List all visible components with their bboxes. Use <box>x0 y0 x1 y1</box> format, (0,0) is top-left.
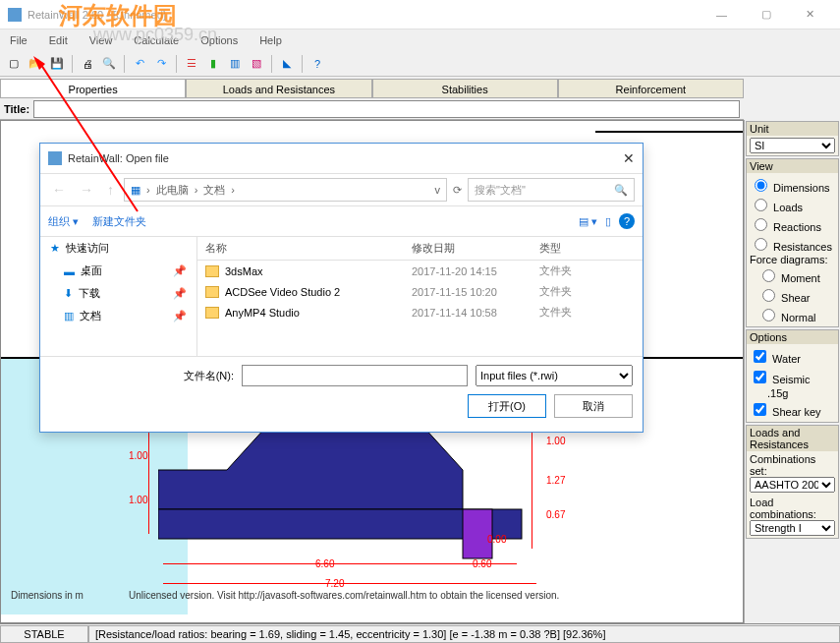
col-name[interactable]: 名称 <box>205 241 412 256</box>
panel-options: Options Water Seismic .15g Shear key <box>746 329 839 423</box>
comboset-label: Combinations set: <box>750 453 835 477</box>
filename-label: 文件名(N): <box>184 369 234 383</box>
tab-stabilities[interactable]: Stabilities <box>372 79 558 97</box>
dim-right3: 0.67 <box>546 509 565 520</box>
folder-icon <box>205 265 219 277</box>
status-stable: STABLE <box>0 625 88 643</box>
dialog-title: RetainWall: Open file <box>68 152 169 164</box>
wall-icon[interactable]: ◣ <box>277 54 297 74</box>
force-diagrams-label: Force diagrams: <box>750 254 835 265</box>
tab-reinforcement[interactable]: Reinforcement <box>558 79 744 97</box>
side-desktop[interactable]: ▬桌面📌 <box>40 260 196 282</box>
title-input[interactable] <box>33 100 740 118</box>
help-dialog-icon[interactable]: ? <box>619 213 635 229</box>
nav-back-icon[interactable]: ← <box>48 182 70 198</box>
open-button[interactable]: 打开(O) <box>468 394 546 418</box>
dimensions-unit-note: Dimensions in m <box>11 590 84 601</box>
view-reactions[interactable]: Reactions <box>750 214 835 234</box>
opt-water[interactable]: Water <box>750 346 835 367</box>
unit-select[interactable]: SI <box>750 138 835 153</box>
view-normal[interactable]: Normal <box>750 305 835 324</box>
side-docs[interactable]: ▥文档📌 <box>40 305 196 327</box>
breadcrumb[interactable]: ▦ › 此电脑 › 文档 › v <box>124 178 447 202</box>
menu-file[interactable]: File <box>6 32 31 48</box>
refresh-icon[interactable]: ⟳ <box>453 184 462 197</box>
filetype-select[interactable]: Input files (*.rwi) <box>476 365 633 386</box>
dim-zero: 0.00 <box>487 534 506 545</box>
newfolder-button[interactable]: 新建文件夹 <box>92 214 146 229</box>
open-file-dialog: RetainWall: Open file ✕ ← → ↑ ▦ › 此电脑 › … <box>39 143 644 433</box>
print-icon[interactable]: 🖨 <box>78 54 97 74</box>
view-loads[interactable]: Loads <box>750 195 835 214</box>
options-header: Options <box>747 330 838 344</box>
save-icon[interactable]: 💾 <box>47 54 67 74</box>
dialog-sidebar: ★快速访问 ▬桌面📌 ⬇下载📌 ▥文档📌 <box>40 237 197 356</box>
maximize-button[interactable]: ▢ <box>744 1 788 29</box>
unit-header: Unit <box>747 122 838 136</box>
tool3-icon[interactable]: ▥ <box>225 54 245 74</box>
tab-loads[interactable]: Loads and Resistances <box>186 79 371 97</box>
status-ratios: [Resistance/load ratios: bearing = 1.69,… <box>88 625 840 643</box>
col-type[interactable]: 类型 <box>539 241 561 256</box>
view-shear[interactable]: Shear <box>750 285 835 305</box>
side-downloads[interactable]: ⬇下载📌 <box>40 282 196 305</box>
dim-left2: 1.00 <box>129 495 147 505</box>
tool1-icon[interactable]: ☰ <box>182 54 201 74</box>
dim-left1: 1.00 <box>129 450 147 461</box>
nav-forward-icon[interactable]: → <box>76 182 97 198</box>
search-input[interactable]: 搜索"文档" 🔍 <box>468 178 635 202</box>
dim-right1: 1.00 <box>546 436 565 446</box>
main-tabs: Properties Loads and Resistances Stabili… <box>0 77 744 98</box>
title-label: Title: <box>4 103 29 115</box>
list-item[interactable]: ACDSee Video Studio 22017-11-15 10:20文件夹 <box>197 281 643 302</box>
loadcombo-select[interactable]: Strength I <box>750 520 835 536</box>
dialog-icon <box>48 151 62 165</box>
tool2-icon[interactable]: ▮ <box>203 54 223 74</box>
open-icon[interactable]: 📂 <box>26 54 45 74</box>
title-row: Title: <box>0 98 744 120</box>
view-dimensions[interactable]: Dimensions <box>750 175 835 195</box>
view-header: View <box>747 159 838 173</box>
minimize-button[interactable]: — <box>700 1 744 29</box>
statusbar: STABLE [Resistance/load ratios: bearing … <box>0 623 840 643</box>
list-item[interactable]: 3dsMax2017-11-20 14:15文件夹 <box>197 261 643 281</box>
redo-icon[interactable]: ↷ <box>151 54 171 74</box>
help-icon[interactable]: ? <box>308 54 327 74</box>
view-resistances[interactable]: Resistances <box>750 234 835 254</box>
undo-icon[interactable]: ↶ <box>130 54 149 74</box>
cancel-button[interactable]: 取消 <box>554 394 633 418</box>
panel-lr: Loads and Resistances Combinations set: … <box>746 425 839 539</box>
panel-unit: Unit SI <box>746 121 839 156</box>
opt-seismic-val: .15g <box>750 387 835 399</box>
dialog-close-button[interactable]: ✕ <box>623 150 635 166</box>
menu-help[interactable]: Help <box>255 32 286 48</box>
watermark-url: www.pc0359.cn <box>93 25 217 45</box>
view-moment[interactable]: Moment <box>750 265 835 285</box>
lr-header: Loads and Resistances <box>747 426 838 451</box>
view-mode-icon[interactable]: ▤ ▾ <box>579 215 597 228</box>
loadcombo-label: Load combinations: <box>750 497 835 520</box>
new-icon[interactable]: ▢ <box>4 54 24 74</box>
list-item[interactable]: AnyMP4 Studio2017-11-14 10:58文件夹 <box>197 302 643 322</box>
tool4-icon[interactable]: ▧ <box>247 54 266 74</box>
comboset-select[interactable]: AASHTO 2007 <box>750 477 835 493</box>
tab-properties[interactable]: Properties <box>0 79 186 97</box>
col-date[interactable]: 修改日期 <box>412 241 539 256</box>
app-icon <box>8 8 22 22</box>
close-button[interactable]: ✕ <box>788 1 832 29</box>
dim-right2: 1.27 <box>546 475 565 486</box>
menu-edit[interactable]: Edit <box>45 32 72 48</box>
nav-up-icon[interactable]: ↑ <box>103 182 118 198</box>
preview-pane-icon[interactable]: ▯ <box>605 215 611 228</box>
folder-icon <box>205 286 219 298</box>
preview-icon[interactable]: 🔍 <box>99 54 119 74</box>
license-note: Unlicensed version. Visit http://javasof… <box>129 590 559 601</box>
opt-shearkey[interactable]: Shear key <box>750 399 835 420</box>
organize-menu[interactable]: 组织 ▾ <box>48 214 79 229</box>
opt-seismic[interactable]: Seismic <box>750 367 835 387</box>
file-list: 名称 修改日期 类型 3dsMax2017-11-20 14:15文件夹 ACD… <box>197 237 643 356</box>
toolbar: ▢ 📂 💾 🖨 🔍 ↶ ↷ ☰ ▮ ▥ ▧ ◣ ? <box>0 51 840 77</box>
sidebar: Unit SI View Dimensions Loads Reactions … <box>744 120 840 623</box>
filename-input[interactable] <box>242 365 468 386</box>
side-quick[interactable]: ★快速访问 <box>40 237 196 260</box>
